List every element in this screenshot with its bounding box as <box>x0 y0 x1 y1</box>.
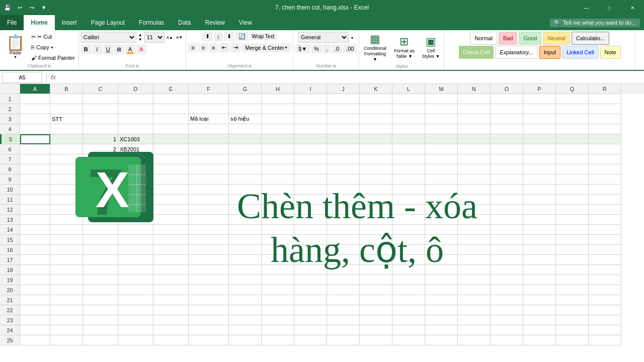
cell-Q9[interactable] <box>556 174 589 185</box>
cell-L24[interactable] <box>392 325 425 335</box>
cell-G18[interactable] <box>229 265 262 275</box>
cell-J7[interactable] <box>327 154 360 164</box>
cell-M11[interactable] <box>425 195 458 205</box>
cell-N25[interactable] <box>458 335 491 345</box>
currency-button[interactable]: $▼ <box>295 44 310 53</box>
cell-R9[interactable] <box>589 174 621 185</box>
cell-C17[interactable] <box>83 255 118 265</box>
cell-G16[interactable] <box>229 245 262 255</box>
col-header-n[interactable]: N <box>458 84 491 94</box>
cell-J10[interactable] <box>327 185 360 195</box>
cell-K8[interactable] <box>360 164 392 174</box>
style-calculation[interactable]: Calculatio... <box>572 32 609 45</box>
cell-E22[interactable] <box>153 305 189 315</box>
cell-O12[interactable] <box>491 205 523 215</box>
cell-A9[interactable] <box>20 174 50 185</box>
cell-Q11[interactable] <box>556 195 589 205</box>
cell-N12[interactable] <box>458 205 491 215</box>
cell-F7[interactable] <box>189 154 229 164</box>
cell-F6[interactable] <box>189 144 229 154</box>
cell-Q20[interactable] <box>556 285 589 295</box>
cell-M16[interactable] <box>425 245 458 255</box>
cell-B18[interactable] <box>50 265 83 275</box>
cell-C1[interactable] <box>83 94 118 104</box>
tab-page-layout[interactable]: Page Layout <box>84 15 132 30</box>
maximize-btn[interactable]: □ <box>598 0 621 15</box>
cell-H5[interactable] <box>262 134 294 144</box>
cell-B10[interactable] <box>50 185 83 195</box>
increase-decimal-button[interactable]: .00 <box>343 44 357 53</box>
cell-O20[interactable] <box>491 285 523 295</box>
cell-K9[interactable] <box>360 174 392 185</box>
percent-button[interactable]: % <box>311 44 322 53</box>
cell-E7[interactable] <box>153 154 189 164</box>
cell-P16[interactable] <box>523 245 556 255</box>
font-size-up[interactable]: ▲ <box>137 33 143 37</box>
cell-K17[interactable] <box>360 255 392 265</box>
col-header-h[interactable]: H <box>262 84 294 94</box>
cell-R1[interactable] <box>589 94 621 104</box>
comma-button[interactable]: , <box>323 44 331 53</box>
cell-F10[interactable] <box>189 185 229 195</box>
cell-I14[interactable] <box>294 225 327 235</box>
cell-Q12[interactable] <box>556 205 589 215</box>
cell-L2[interactable] <box>392 104 425 114</box>
cell-M15[interactable] <box>425 235 458 245</box>
cell-J15[interactable] <box>327 235 360 245</box>
increase-indent-button[interactable]: ⇥ <box>230 43 241 52</box>
cell-C24[interactable] <box>83 325 118 335</box>
cell-I24[interactable] <box>294 325 327 335</box>
cell-P19[interactable] <box>523 275 556 285</box>
cell-O18[interactable] <box>491 265 523 275</box>
cell-J6[interactable] <box>327 144 360 154</box>
cell-A18[interactable] <box>20 265 50 275</box>
cell-R12[interactable] <box>589 205 621 215</box>
cell-O21[interactable] <box>491 295 523 305</box>
cell-G15[interactable] <box>229 235 262 245</box>
row-header-4[interactable]: 4 <box>0 124 20 134</box>
cell-G8[interactable] <box>229 164 262 174</box>
cell-D14[interactable] <box>118 225 153 235</box>
cell-N10[interactable] <box>458 185 491 195</box>
cell-O13[interactable] <box>491 215 523 225</box>
cell-I2[interactable] <box>294 104 327 114</box>
cell-Q3[interactable] <box>556 114 589 124</box>
cell-A15[interactable] <box>20 235 50 245</box>
cell-H16[interactable] <box>262 245 294 255</box>
cell-R3[interactable] <box>589 114 621 124</box>
style-check-cell[interactable]: Check Cell <box>459 46 494 59</box>
cell-D11[interactable] <box>118 195 153 205</box>
cell-Q15[interactable] <box>556 235 589 245</box>
cell-L4[interactable] <box>392 124 425 134</box>
cell-F13[interactable] <box>189 215 229 225</box>
cell-L10[interactable] <box>392 185 425 195</box>
cell-J18[interactable] <box>327 265 360 275</box>
cell-B4[interactable] <box>50 124 83 134</box>
cell-D16[interactable] <box>118 245 153 255</box>
cell-N14[interactable] <box>458 225 491 235</box>
cell-R15[interactable] <box>589 235 621 245</box>
cell-A17[interactable] <box>20 255 50 265</box>
cell-B16[interactable] <box>50 245 83 255</box>
cell-J5[interactable] <box>327 134 360 144</box>
cell-N16[interactable] <box>458 245 491 255</box>
paste-button[interactable]: 📋 Paste ▼ <box>2 32 29 62</box>
row-header-11[interactable]: 11 <box>0 195 20 205</box>
col-header-b[interactable]: B <box>50 84 83 94</box>
cell-B20[interactable] <box>50 285 83 295</box>
cell-B22[interactable] <box>50 305 83 315</box>
cell-P4[interactable] <box>523 124 556 134</box>
cell-G6[interactable] <box>229 144 262 154</box>
style-normal[interactable]: Normal <box>470 32 497 45</box>
cell-F20[interactable] <box>189 285 229 295</box>
cell-G12[interactable] <box>229 205 262 215</box>
cell-J23[interactable] <box>327 315 360 325</box>
cell-Q16[interactable] <box>556 245 589 255</box>
cell-B15[interactable] <box>50 235 83 245</box>
clipboard-expand-icon[interactable]: ⧉ <box>48 64 51 68</box>
cell-E4[interactable] <box>153 124 189 134</box>
cell-I19[interactable] <box>294 275 327 285</box>
cell-F4[interactable] <box>189 124 229 134</box>
cell-O14[interactable] <box>491 225 523 235</box>
formula-input[interactable] <box>58 72 644 83</box>
